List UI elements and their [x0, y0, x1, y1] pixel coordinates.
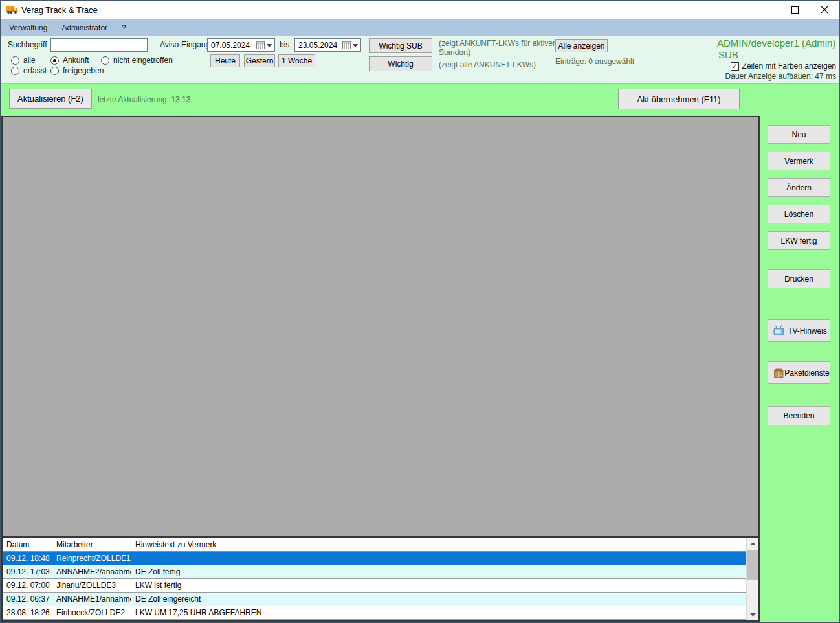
vermerk-button[interactable]: Vermerk [768, 152, 830, 170]
date-to-picker[interactable]: 23.05.2024 [294, 38, 361, 52]
cell-hinweis: LKW UM 17,25 UHR ABGEFAHREN [131, 606, 746, 619]
eine-woche-button[interactable]: 1 Woche [278, 54, 315, 67]
scroll-up-icon [750, 542, 756, 545]
truck-icon [6, 5, 18, 15]
neu-button[interactable]: Neu [768, 125, 830, 144]
user-info-line1: ADMIN/developer1 (Admin) [717, 38, 835, 49]
cell-datum: 28.08. 18:26 [3, 606, 52, 619]
column-header-datum[interactable]: Datum [3, 538, 52, 551]
wichtig-button[interactable]: Wichtig [369, 56, 432, 71]
aendern-button[interactable]: Ändern [768, 178, 830, 197]
tv-hinweis-button[interactable]: TV-Hinweis [768, 319, 830, 342]
table-row[interactable]: 09.12. 07:00 Jinariu/ZOLLDE3 LKW ist fer… [3, 579, 746, 593]
vertical-scrollbar[interactable] [746, 538, 758, 620]
cell-mitarbeiter: ANNAHME2/annahme2 [52, 565, 131, 578]
maximize-icon [791, 6, 799, 14]
paketdienste-label: Paketdienste [784, 368, 830, 378]
chevron-down-icon [267, 44, 272, 50]
calendar-icon [256, 41, 265, 49]
radio-ankunft[interactable]: Ankunft [50, 56, 89, 65]
maximize-button[interactable] [780, 0, 810, 19]
cell-datum: 09.12. 17:03 [3, 565, 52, 578]
filter-panel: Suchbegriff Aviso-Eingang 07.05.2024 bis… [0, 36, 840, 83]
alle-anzeigen-button[interactable]: Alle anzeigen [555, 39, 608, 52]
cell-datum: 09.12. 06:37 [3, 593, 52, 606]
package-icon [773, 368, 784, 378]
table-row[interactable]: 09.12. 17:03 ANNAHME2/annahme2 DE Zoll f… [3, 565, 746, 579]
tv-hinweis-label: TV-Hinweis [785, 326, 830, 335]
rows-color-checkbox[interactable] [731, 62, 739, 71]
cell-datum: 09.12. 18:48 [3, 552, 52, 565]
radio-erfasst[interactable]: erfasst [11, 66, 47, 75]
gestern-button[interactable]: Gestern [244, 54, 275, 67]
loeschen-button[interactable]: Löschen [768, 205, 830, 223]
date-to-value: 23.05.2024 [298, 41, 341, 50]
cell-hinweis [131, 552, 746, 565]
date-from-picker[interactable]: 07.05.2024 [207, 38, 275, 52]
chevron-down-icon [353, 44, 358, 50]
cell-mitarbeiter: Reinprecht/ZOLLDE1 [52, 552, 131, 565]
scrollbar-thumb[interactable] [747, 550, 758, 580]
user-info-line2: SUB [718, 49, 738, 60]
titlebar: Verag Track & Trace [0, 0, 840, 19]
menu-bar: Verwaltung Administrator ? [0, 19, 840, 36]
radio-circle[interactable] [50, 67, 59, 75]
radio-alle-label: alle [23, 56, 36, 65]
column-header-hinweistext[interactable]: Hinweistext zu Vermerk [131, 538, 746, 551]
radio-circle[interactable] [101, 56, 109, 65]
close-icon [821, 6, 828, 14]
bis-label: bis [280, 40, 289, 49]
radio-circle[interactable] [11, 56, 19, 65]
radio-circle[interactable] [50, 56, 59, 65]
vermerk-table-body: Datum Mitarbeiter Hinweistext zu Vermerk… [3, 538, 746, 620]
drucken-button[interactable]: Drucken [768, 269, 830, 288]
table-row[interactable]: 09.12. 18:48 Reinprecht/ZOLLDE1 [3, 552, 746, 565]
paketdienste-button[interactable]: Paketdienste [768, 361, 830, 384]
rows-color-checkbox-row[interactable]: Zeilen mit Farben anzeigen [731, 62, 836, 71]
menu-verwaltung[interactable]: Verwaltung [2, 21, 54, 35]
sidebar: Neu Vermerk Ändern Löschen LKW fertig Dr… [760, 116, 840, 622]
radio-alle[interactable]: alle [11, 56, 36, 65]
cell-hinweis: DE Zoll fertig [131, 565, 746, 578]
heute-button[interactable]: Heute [210, 54, 240, 67]
scroll-down-button[interactable] [747, 609, 758, 620]
close-button[interactable] [810, 0, 839, 19]
cell-mitarbeiter: Jinariu/ZOLLDE3 [52, 579, 131, 592]
minimize-button[interactable] [751, 0, 780, 19]
search-input[interactable] [50, 38, 148, 52]
radio-ankunft-label: Ankunft [63, 56, 89, 65]
scroll-up-button[interactable] [747, 538, 758, 549]
cell-mitarbeiter: Einboeck/ZOLLDE2 [52, 606, 131, 619]
menu-administrator[interactable]: Administrator [54, 21, 115, 35]
rows-color-checkbox-label: Zeilen mit Farben anzeigen [742, 62, 836, 71]
wichtig-sub-hint: (zeigt ANKUNFT-LKWs für aktiven Standort… [439, 39, 571, 57]
entries-status: Einträge: 0 ausgewählt [555, 57, 634, 66]
table-row[interactable]: 28.08. 18:26 Einboeck/ZOLLDE2 LKW UM 17,… [3, 606, 746, 620]
vermerk-table: Datum Mitarbeiter Hinweistext zu Vermerk… [1, 537, 760, 622]
table-row[interactable]: 09.12. 06:37 ANNAHME1/annahme1 DE Zoll e… [3, 593, 746, 606]
window-title: Verag Track & Trace [21, 5, 98, 15]
radio-nicht-eingetroffen[interactable]: nicht eingetroffen [101, 56, 173, 65]
lkw-fertig-button[interactable]: LKW fertig [768, 231, 830, 250]
render-time-status: Dauer Anzeige aufbauen: 47 ms [725, 72, 836, 81]
refresh-button[interactable]: Aktualisieren (F2) [9, 89, 92, 109]
cell-hinweis: DE Zoll eingereicht [131, 593, 746, 606]
cell-hinweis: LKW ist fertig [131, 579, 746, 592]
calendar-icon [342, 41, 351, 49]
menu-help[interactable]: ? [115, 21, 133, 35]
main-content-area [1, 116, 760, 537]
radio-erfasst-label: erfasst [23, 66, 47, 75]
column-header-mitarbeiter[interactable]: Mitarbeiter [52, 538, 131, 551]
action-bar: Aktualisieren (F2) letzte Aktualisierung… [0, 83, 840, 116]
cell-mitarbeiter: ANNAHME1/annahme1 [52, 593, 131, 606]
radio-nicht-eingetroffen-label: nicht eingetroffen [113, 56, 173, 65]
beenden-button[interactable]: Beenden [768, 406, 830, 425]
tv-icon [773, 325, 785, 336]
scroll-down-icon [750, 613, 756, 617]
radio-circle[interactable] [11, 67, 19, 75]
radio-freigegeben[interactable]: freigegeben [50, 66, 104, 75]
wichtig-sub-button[interactable]: Wichtig SUB [369, 38, 432, 53]
minimize-icon [762, 6, 769, 14]
takeover-button[interactable]: Akt übernehmen (F11) [618, 89, 740, 109]
radio-freigegeben-label: freigegeben [63, 66, 104, 75]
